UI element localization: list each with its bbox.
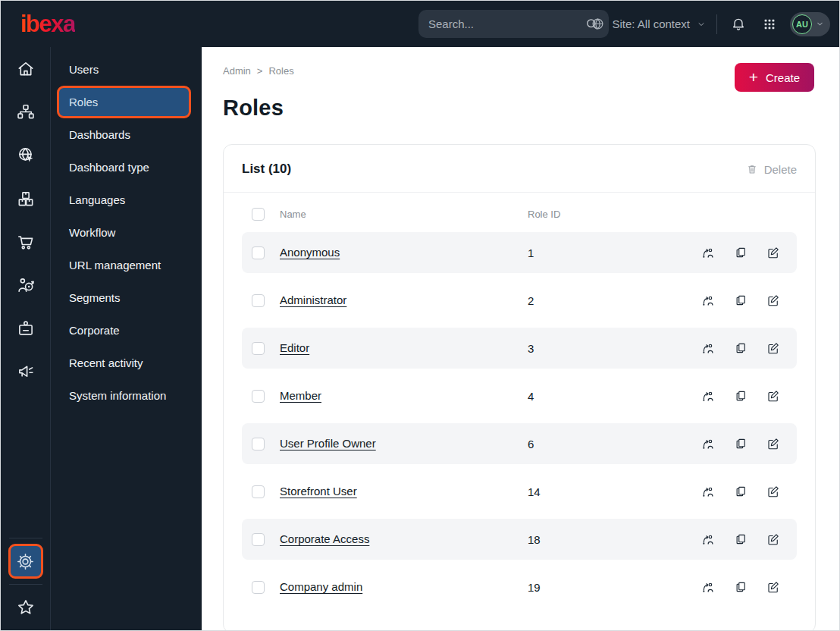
role-name-link[interactable]: Member [280,389,321,402]
column-header-role-id: Role ID [528,209,560,220]
top-bar: ibexa Site: All context [1,1,839,47]
search-input[interactable] [428,17,585,30]
role-name-link[interactable]: Company admin [280,580,362,593]
role-id-value: 2 [528,294,534,307]
row-checkbox[interactable] [252,581,265,594]
edit-role-button[interactable] [766,580,780,594]
main-content: Admin > Roles + Create Roles List (10) [202,47,839,630]
menu-item-segments[interactable]: Segments [51,281,202,314]
role-id-value: 1 [528,246,534,259]
sidebar-item-admin-active[interactable] [8,544,43,579]
badge-icon [16,319,36,338]
sidebar-item-products[interactable] [9,182,42,215]
assign-user-icon [701,532,715,547]
edit-role-button[interactable] [766,485,780,498]
edit-role-button[interactable] [766,389,780,403]
role-id-value: 19 [528,581,541,594]
assign-users-button[interactable] [701,389,715,403]
copy-role-button[interactable] [734,389,748,403]
copy-role-button[interactable] [734,246,748,259]
role-name-link[interactable]: User Profile Owner [280,437,376,450]
menu-item-system-information[interactable]: System information [51,379,202,412]
row-checkbox[interactable] [252,533,265,546]
copy-icon [734,532,748,546]
user-menu[interactable]: AU [790,12,830,36]
notifications-button[interactable] [728,14,749,35]
select-all-checkbox[interactable] [252,208,265,221]
app-window: ibexa Site: All context [0,0,840,631]
row-checkbox[interactable] [252,342,265,355]
edit-role-button[interactable] [766,532,780,546]
role-name-link[interactable]: Corporate Access [280,532,369,545]
copy-role-button[interactable] [734,341,748,355]
assign-users-button[interactable] [701,294,715,308]
menu-item-recent-activity[interactable]: Recent activity [51,347,202,379]
assign-user-icon [701,580,715,595]
menu-item-dashboards[interactable]: Dashboards [51,118,202,151]
delete-button[interactable]: Delete [746,163,797,176]
role-name-link[interactable]: Storefront User [280,485,357,498]
menu-item-languages[interactable]: Languages [51,184,202,216]
copy-role-button[interactable] [734,580,748,594]
menu-item-roles-active[interactable]: Roles [57,86,191,118]
table-row: Storefront User 14 [242,471,797,512]
row-checkbox[interactable] [252,390,265,403]
assign-users-button[interactable] [701,532,715,547]
copy-role-button[interactable] [734,485,748,498]
ibexa-logo[interactable]: ibexa [20,11,75,38]
copy-role-button[interactable] [734,532,748,546]
table-row: Anonymous 1 [242,232,797,273]
assign-users-button[interactable] [701,246,715,260]
role-name-link[interactable]: Administrator [280,294,346,306]
sidebar-item-dashboard[interactable] [9,52,42,86]
menu-item-users[interactable]: Users [51,53,202,86]
menu-item-corporate[interactable]: Corporate [51,314,202,347]
menu-item-workflow[interactable]: Workflow [51,216,202,249]
edit-icon [766,389,780,403]
create-button[interactable]: + Create [735,63,814,92]
edit-role-button[interactable] [766,437,780,450]
role-name-link[interactable]: Editor [280,341,309,354]
sidebar-item-corporate[interactable] [9,312,42,345]
menu-item-url-management[interactable]: URL management [51,249,202,281]
role-id-value: 14 [528,485,541,498]
sidebar-item-commerce[interactable] [9,225,42,259]
row-checkbox[interactable] [252,438,265,450]
assign-users-button[interactable] [701,437,715,451]
table-row: Member 4 [242,375,797,416]
sidebar-item-marketing[interactable] [9,355,42,388]
sidebar-item-customers[interactable] [9,268,42,302]
role-name-link[interactable]: Anonymous [280,246,340,259]
copy-role-button[interactable] [734,294,748,307]
edit-role-button[interactable] [766,341,780,355]
global-search[interactable] [418,10,609,38]
copy-icon [734,389,748,403]
edit-role-button[interactable] [766,246,780,259]
menu-item-dashboard-type[interactable]: Dashboard type [51,151,202,184]
assign-user-icon [701,389,715,403]
breadcrumb-separator: > [257,65,263,77]
sidebar-item-site[interactable] [9,139,42,172]
table-row: Corporate Access 18 [242,519,797,560]
role-id-value: 3 [528,342,534,355]
row-checkbox[interactable] [252,294,265,307]
edit-icon [766,532,780,546]
topbar-right-group: Site: All context [591,1,830,47]
sidebar-item-content[interactable] [9,96,42,129]
star-icon [16,598,36,617]
edit-role-button[interactable] [766,294,780,307]
site-context-selector[interactable]: Site: All context [591,17,706,31]
copy-role-button[interactable] [734,437,748,450]
assign-users-button[interactable] [701,485,715,499]
assign-user-icon [701,437,715,451]
breadcrumb-admin[interactable]: Admin [223,65,251,77]
row-checkbox[interactable] [252,485,265,498]
row-checkbox[interactable] [252,246,265,259]
chevron-down-icon [816,20,824,28]
site-context-label: Site: All context [612,17,690,30]
grid-icon [763,17,776,31]
assign-users-button[interactable] [701,341,715,356]
assign-users-button[interactable] [701,580,715,595]
sidebar-item-bookmarks[interactable] [9,591,42,624]
apps-grid-button[interactable] [760,14,779,34]
